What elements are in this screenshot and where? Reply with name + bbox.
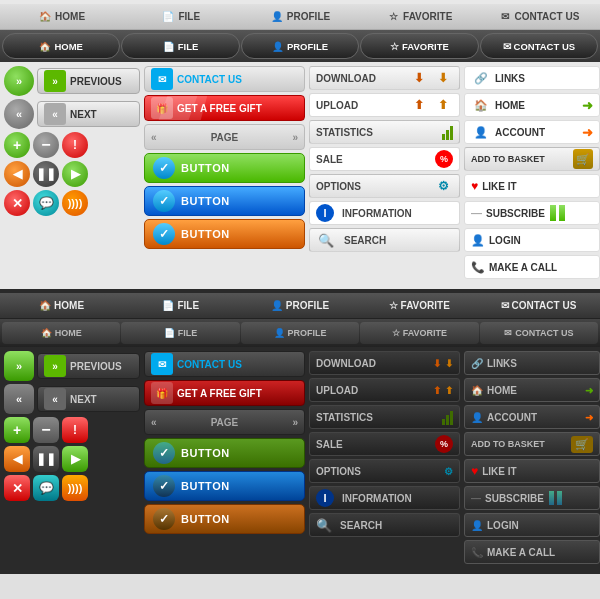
next-icon: « [44, 103, 66, 125]
content-grid-dark: » » PREVIOUS « « NEXT + − ! ◀ ❚❚ [0, 347, 600, 568]
dark-gift-btn[interactable]: 🎁 GET A FREE GIFT [144, 380, 305, 406]
back-btn[interactable]: ◀ [4, 161, 30, 187]
dark-options-item[interactable]: OPTIONS ⚙ [309, 459, 460, 483]
dark-contact-btn[interactable]: ✉ CONTACT US [144, 351, 305, 377]
nav-profile-gray[interactable]: 👤 PROFILE [240, 8, 359, 26]
upload-item[interactable]: UPLOAD ⬆ ⬆ [309, 93, 460, 117]
search-item[interactable]: 🔍 SEARCH [309, 228, 460, 252]
dark-icon-row-1: » » PREVIOUS [4, 351, 140, 381]
dark-statistics-item[interactable]: STATISTICS [309, 405, 460, 429]
page-btn[interactable]: « PAGE » [144, 124, 305, 150]
plus-btn[interactable]: + [4, 132, 30, 158]
previous-button[interactable]: » PREVIOUS [37, 68, 140, 94]
nav-pill-home[interactable]: 🏠 HOME [2, 33, 120, 59]
dark-rss-btn[interactable]: )))) [62, 475, 88, 501]
dark-search-item[interactable]: 🔍 SEARCH [309, 513, 460, 537]
alert-btn[interactable]: ! [62, 132, 88, 158]
dark-nav-file[interactable]: 📄 FILE [121, 298, 240, 313]
dark-close-btn[interactable]: ✕ [4, 475, 30, 501]
get-free-gift-btn[interactable]: 🎁 GET A FREE GIFT [144, 95, 305, 121]
close-btn[interactable]: ✕ [4, 190, 30, 216]
next-btn-1[interactable]: « [4, 99, 34, 129]
dark-upload-item[interactable]: UPLOAD ⬆ ⬆ [309, 378, 460, 402]
button-orange[interactable]: ✓ BUTTON [144, 219, 305, 249]
nav-pill-favorite[interactable]: ☆ FAVORITE [360, 33, 478, 59]
nav-contact-gray[interactable]: ✉ CONTACT US [479, 8, 598, 26]
dark-prev-btn[interactable]: » [4, 351, 34, 381]
col-buttons-dark: ✉ CONTACT US 🎁 GET A FREE GIFT « PAGE » … [142, 351, 307, 564]
download-item[interactable]: DOWNLOAD ⬇ ⬇ [309, 66, 460, 90]
rss-btn[interactable]: )))) [62, 190, 88, 216]
information-item[interactable]: i INFORMATION [309, 201, 460, 225]
dark-next-btn[interactable]: « [4, 384, 34, 414]
dark-speech-profile[interactable]: 👤 PROFILE [241, 322, 359, 344]
make-a-call-item[interactable]: 📞 MAKE A CALL [464, 255, 600, 279]
dark-subscribe-item[interactable]: — SUBSCRIBE [464, 486, 600, 510]
dark-account-item[interactable]: 👤 ACCOUNT ➜ [464, 405, 600, 429]
nav-home-gray[interactable]: 🏠 HOME [2, 8, 121, 26]
dark-previous-button[interactable]: » PREVIOUS [37, 353, 140, 379]
statistics-item[interactable]: STATISTICS [309, 120, 460, 144]
dark-sale-item[interactable]: SALE % [309, 432, 460, 456]
home-item[interactable]: 🏠 HOME ➜ [464, 93, 600, 117]
dark-home-item[interactable]: 🏠 HOME ➜ [464, 378, 600, 402]
dark-speech-favorite[interactable]: ☆ FAVORITE [360, 322, 478, 344]
dark-check-icon-3: ✓ [153, 508, 175, 530]
dark-person-icon: 👤 [271, 300, 283, 311]
dark-page-right-arrows: » [292, 417, 298, 428]
dark-nav-favorite[interactable]: ☆ FAVORITE [360, 298, 479, 313]
dark-minus-btn[interactable]: − [33, 417, 59, 443]
button-green[interactable]: ✓ BUTTON [144, 153, 305, 183]
col-buttons-light: ✉ CONTACT US 🎁 GET A FREE GIFT « PAGE » … [142, 66, 307, 279]
prev-btn-1[interactable]: » [4, 66, 34, 96]
dark-links-item[interactable]: 🔗 LINKS [464, 351, 600, 375]
dark-information-item[interactable]: i INFORMATION [309, 486, 460, 510]
sale-item[interactable]: SALE % [309, 147, 460, 171]
links-item[interactable]: 🔗 LINKS [464, 66, 600, 90]
dark-speech-home[interactable]: 🏠 HOME [2, 322, 120, 344]
pause-btn[interactable]: ❚❚ [33, 161, 59, 187]
star-pill-icon: ☆ [390, 41, 399, 52]
nav-pill-profile[interactable]: 👤 PROFILE [241, 33, 359, 59]
options-item[interactable]: OPTIONS ⚙ [309, 174, 460, 198]
account-item[interactable]: 👤 ACCOUNT ➜ [464, 120, 600, 144]
dark-page-btn[interactable]: « PAGE » [144, 409, 305, 435]
dark-next-button[interactable]: « NEXT [37, 386, 140, 412]
info-icon: i [316, 204, 334, 222]
contact-us-rect-btn[interactable]: ✉ CONTACT US [144, 66, 305, 92]
dark-speech-contact[interactable]: ✉ CONTACT US [480, 322, 598, 344]
dark-button-blue[interactable]: ✓ BUTTON [144, 471, 305, 501]
dark-like-item[interactable]: ♥ LIKE IT [464, 459, 600, 483]
dark-upload-icon-2: ⬆ [445, 385, 453, 396]
dark-add-basket-item[interactable]: ADD TO BASKET 🛒 [464, 432, 600, 456]
play-btn[interactable]: ▶ [62, 161, 88, 187]
dark-download-item[interactable]: DOWNLOAD ⬇ ⬇ [309, 351, 460, 375]
nav-pill-contact[interactable]: ✉ CONTACT US [480, 33, 598, 59]
dark-chat-btn[interactable]: 💬 [33, 475, 59, 501]
nav-pill-file[interactable]: 📄 FILE [121, 33, 239, 59]
dark-login-item[interactable]: 👤 LOGIN [464, 513, 600, 537]
dark-pause-btn[interactable]: ❚❚ [33, 446, 59, 472]
dark-speech-file[interactable]: 📄 FILE [121, 322, 239, 344]
dark-alert-btn[interactable]: ! [62, 417, 88, 443]
dark-make-a-call-item[interactable]: 📞 MAKE A CALL [464, 540, 600, 564]
dark-nav-home[interactable]: 🏠 HOME [2, 298, 121, 313]
next-button[interactable]: « NEXT [37, 101, 140, 127]
dark-back-btn[interactable]: ◀ [4, 446, 30, 472]
subscribe-item[interactable]: — SUBSCRIBE [464, 201, 600, 225]
button-blue[interactable]: ✓ BUTTON [144, 186, 305, 216]
dark-button-orange[interactable]: ✓ BUTTON [144, 504, 305, 534]
dark-play-btn[interactable]: ▶ [62, 446, 88, 472]
login-item[interactable]: 👤 LOGIN [464, 228, 600, 252]
chat-btn[interactable]: 💬 [33, 190, 59, 216]
add-to-basket-item[interactable]: ADD TO BASKET 🛒 [464, 147, 600, 171]
dark-plus-btn[interactable]: + [4, 417, 30, 443]
nav-favorite-gray[interactable]: ☆ FAVORITE [360, 8, 479, 26]
minus-btn[interactable]: − [33, 132, 59, 158]
dark-speech-nav: 🏠 HOME 📄 FILE 👤 PROFILE ☆ FAVORITE ✉ CON… [0, 319, 600, 347]
nav-file-gray[interactable]: 📄 FILE [121, 8, 240, 26]
like-it-item[interactable]: ♥ LIKE IT [464, 174, 600, 198]
dark-nav-contact[interactable]: ✉ CONTACT US [479, 298, 598, 313]
dark-button-green[interactable]: ✓ BUTTON [144, 438, 305, 468]
dark-nav-profile[interactable]: 👤 PROFILE [240, 298, 359, 313]
